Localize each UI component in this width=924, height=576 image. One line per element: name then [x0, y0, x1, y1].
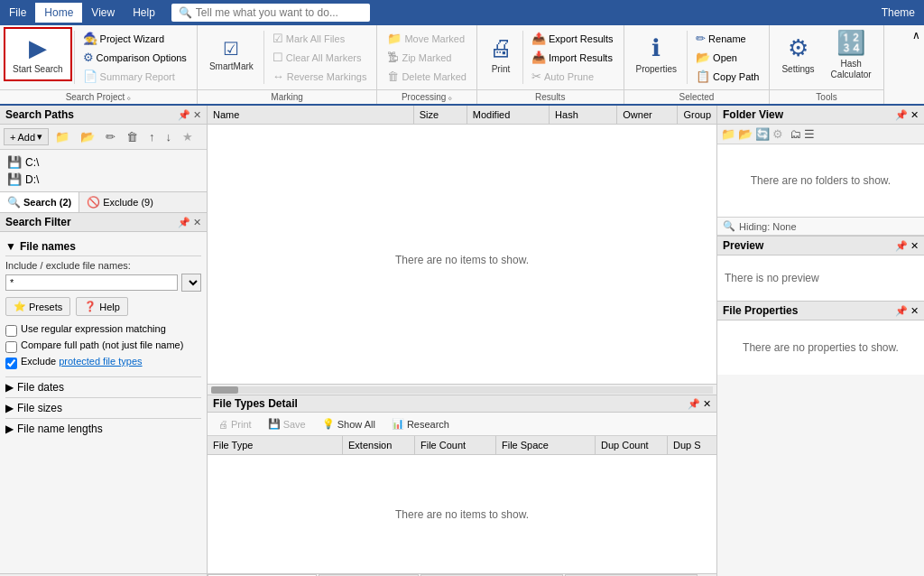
start-search-button[interactable]: ▶ Start Search [4, 27, 72, 81]
menu-home[interactable]: Home [35, 3, 82, 23]
search-project-expand-icon[interactable]: ⬦ [126, 93, 131, 102]
preview-pin-icon[interactable]: 📌 [895, 240, 908, 252]
regex-label: Use regular expression matching [21, 323, 166, 334]
folder-btn-1[interactable]: 📁 [721, 127, 735, 141]
bottom-research-button[interactable]: 📊 Research [386, 416, 455, 432]
col-modified[interactable]: Modified [467, 106, 550, 124]
menu-view[interactable]: View [82, 3, 124, 23]
filter-pin-icon[interactable]: 📌 [178, 217, 190, 228]
col-group[interactable]: Group [678, 106, 716, 124]
mark-all-files-button[interactable]: ☑ Mark All Files [268, 29, 372, 48]
file-properties-pin-icon[interactable]: 📌 [895, 305, 908, 317]
copy-path-button[interactable]: 📋 Copy Path [691, 67, 763, 86]
move-marked-icon: 📁 [387, 32, 402, 45]
folder-btn-4[interactable]: ⚙ [772, 127, 783, 141]
help-button[interactable]: ❓ Help [76, 297, 128, 316]
rename-button[interactable]: ✏ Rename [691, 29, 763, 48]
search-paths-btn-7[interactable]: ★ [178, 127, 198, 146]
preview-close-icon[interactable]: ✕ [910, 240, 919, 252]
ribbon-divider-1 [74, 31, 75, 84]
search-paths-btn-5[interactable]: ↑ [144, 127, 160, 146]
menu-help[interactable]: Help [124, 3, 164, 23]
hash-calculator-button[interactable]: 🔢 HashCalculator [823, 27, 880, 81]
presets-icon: ⭐ [14, 301, 26, 312]
clear-all-markers-button[interactable]: ☐ Clear All Markers [268, 48, 372, 67]
zip-marked-button[interactable]: 🗜 Zip Marked [383, 48, 471, 67]
theme-button[interactable]: Theme [873, 3, 924, 23]
auto-prune-button[interactable]: ✂ Auto Prune [527, 67, 618, 86]
file-sizes-section[interactable]: ▶ File sizes [5, 397, 201, 418]
open-label: Open [713, 52, 737, 63]
bottom-panel-toolbar: 🖨 Print 💾 Save 💡 Show All 📊 Research [208, 413, 716, 436]
bottom-show-all-button[interactable]: 💡 Show All [317, 416, 381, 432]
folder-view-icon[interactable]: 🗂 [790, 127, 801, 141]
file-name-lengths-section[interactable]: ▶ File name lengths [5, 418, 201, 439]
tab-search[interactable]: 🔍 Search (2) [0, 192, 79, 212]
tab-exclude[interactable]: 🚫 Exclude (9) [79, 192, 161, 212]
summary-report-button[interactable]: 📄 Summary Report [79, 67, 191, 86]
presets-button[interactable]: ⭐ Presets [5, 297, 70, 316]
processing-label: Processing [402, 92, 446, 102]
bottom-save-icon: 💾 [268, 418, 281, 430]
file-list-scrollbar[interactable] [208, 384, 716, 395]
drive-d-icon: 💾 [7, 172, 22, 186]
folder-btn-2[interactable]: 📂 [738, 127, 753, 141]
search-paths-btn-2[interactable]: 📂 [76, 127, 99, 146]
smartmark-button[interactable]: ☑ SmartMark [201, 27, 262, 81]
search-paths-btn-3[interactable]: ✏ [101, 127, 120, 146]
filter-close-icon[interactable]: ✕ [193, 217, 201, 228]
delete-marked-button[interactable]: 🗑 Delete Marked [383, 67, 471, 86]
search-paths-pin-icon[interactable]: 📌 [178, 109, 190, 121]
filter-dropdown[interactable] [181, 274, 201, 292]
protected-file-types-link[interactable]: protected file types [59, 356, 142, 367]
bottom-col-file-type: File Type [208, 436, 343, 454]
file-filter-input[interactable] [5, 274, 178, 291]
search-paths-close-icon[interactable]: ✕ [193, 109, 201, 121]
settings-button[interactable]: ⚙ Settings [773, 27, 822, 81]
ribbon-divider-2 [263, 31, 264, 84]
reverse-markings-button[interactable]: ↔ Reverse Markings [268, 67, 372, 86]
processing-expand-icon[interactable]: ⬦ [448, 93, 452, 102]
bottom-empty-message: There are no items to show. [395, 508, 529, 521]
file-dates-section[interactable]: ▶ File dates [5, 376, 201, 397]
file-properties-title: File Properties [723, 304, 798, 317]
search-paths-btn-6[interactable]: ↓ [162, 127, 177, 146]
exclude-protected-checkbox[interactable] [5, 358, 17, 369]
bottom-panel-pin-icon[interactable]: 📌 [688, 398, 700, 410]
include-exclude-label: Include / exclude file names: [5, 260, 201, 271]
export-results-button[interactable]: 📤 Export Results [527, 29, 618, 48]
properties-button[interactable]: ℹ Properties [628, 27, 686, 81]
search-icon: 🔍 [179, 6, 192, 19]
open-button[interactable]: 📂 Open [691, 48, 763, 67]
bottom-research-label: Research [407, 419, 449, 430]
folder-view-panel: Folder View 📌 ✕ 📁 📂 🔄 ⚙ 🗂 ☰ There are no… [717, 106, 924, 237]
folder-btn-3[interactable]: 🔄 [755, 127, 770, 141]
bottom-save-button[interactable]: 💾 Save [263, 416, 311, 432]
print-button[interactable]: 🖨 Print [481, 27, 521, 81]
col-name[interactable]: Name [208, 106, 414, 124]
col-owner[interactable]: Owner [617, 106, 678, 124]
col-hash[interactable]: Hash [550, 106, 617, 124]
project-wizard-button[interactable]: 🧙 Project Wizard [79, 29, 191, 48]
regex-checkbox[interactable] [5, 325, 17, 337]
comparison-options-button[interactable]: ⚙ Comparison Options [79, 48, 191, 67]
search-paths-btn-1[interactable]: 📁 [51, 127, 74, 146]
ribbon-group-search-project-body: ▶ Start Search 🧙 Project Wizard ⚙ Compar… [0, 25, 197, 89]
move-marked-button[interactable]: 📁 Move Marked [383, 29, 471, 48]
folder-view-close-icon[interactable]: ✕ [910, 109, 919, 121]
folder-view-pin-icon[interactable]: 📌 [895, 109, 908, 121]
ribbon-collapse-button[interactable]: ∧ [909, 25, 924, 45]
add-path-button[interactable]: + Add ▾ [4, 128, 49, 145]
full-path-checkbox[interactable] [5, 341, 17, 353]
folder-list-icon[interactable]: ☰ [804, 127, 815, 141]
bottom-panel-close-icon[interactable]: ✕ [703, 398, 711, 410]
col-size[interactable]: Size [414, 106, 467, 124]
search-input[interactable] [196, 6, 363, 19]
menu-file[interactable]: File [0, 3, 35, 23]
import-results-button[interactable]: 📥 Import Results [527, 48, 618, 67]
bottom-print-button[interactable]: 🖨 Print [213, 417, 257, 432]
file-properties-close-icon[interactable]: ✕ [910, 305, 919, 317]
ribbon-group-marking: ☑ SmartMark ☑ Mark All Files ☐ Clear All… [198, 25, 378, 104]
search-paths-btn-4[interactable]: 🗑 [122, 127, 143, 146]
file-names-section-header[interactable]: ▼ File names [5, 237, 201, 256]
